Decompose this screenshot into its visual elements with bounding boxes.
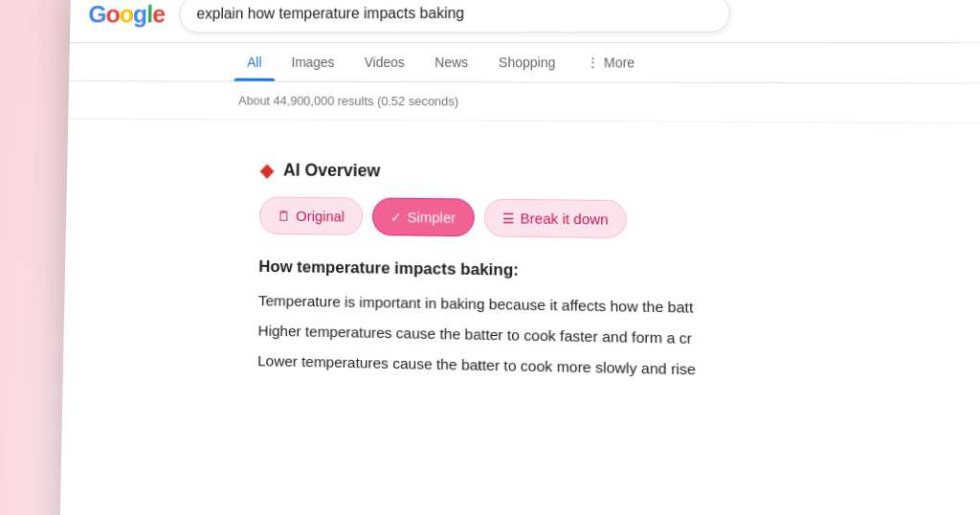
- tab-more[interactable]: ⋮ More: [572, 43, 648, 82]
- tab-images[interactable]: Images: [278, 43, 348, 81]
- ai-buttons-row: 🗒 Original ✓ Simpler ☰ Break it down: [259, 196, 894, 241]
- original-icon: 🗒: [278, 208, 291, 223]
- logo-o2: o: [120, 0, 134, 29]
- ai-content-line-2: Higher temperatures cause the batter to …: [257, 319, 895, 355]
- ai-content-line-3: Lower temperatures cause the batter to c…: [257, 349, 896, 387]
- ai-overview-title: AI Overview: [283, 160, 381, 181]
- tab-all[interactable]: All: [234, 43, 276, 81]
- search-bar-area: Google: [70, 0, 980, 43]
- main-content: ◆ AI Overview 🗒 Original ✓ Simpler ☰ Bre…: [62, 119, 980, 435]
- ai-content-line-1: Temperature is important in baking becau…: [258, 289, 895, 324]
- ai-overview-card: ◆ AI Overview 🗒 Original ✓ Simpler ☰ Bre…: [234, 139, 921, 413]
- tab-shopping[interactable]: Shopping: [485, 43, 568, 81]
- list-icon: ☰: [501, 210, 514, 225]
- check-icon: ✓: [390, 209, 402, 224]
- original-button[interactable]: 🗒 Original: [259, 196, 363, 235]
- logo-g: G: [88, 0, 106, 29]
- search-input[interactable]: [179, 0, 729, 33]
- tab-news[interactable]: News: [421, 43, 481, 81]
- browser-window: Google All Images Videos News Shopping ⋮…: [59, 0, 980, 515]
- pink-overlay: [0, 0, 62, 515]
- simpler-button[interactable]: ✓ Simpler: [372, 197, 475, 236]
- ai-content-heading: How temperature impacts baking:: [258, 254, 894, 289]
- nav-tabs: All Images Videos News Shopping ⋮ More: [69, 43, 980, 84]
- more-dots-icon: ⋮: [587, 55, 600, 70]
- logo-g2: g: [133, 0, 147, 29]
- ai-overview-header: ◆ AI Overview: [259, 158, 892, 187]
- ai-content: How temperature impacts baking: Temperat…: [257, 254, 896, 387]
- breakdown-button[interactable]: ☰ Break it down: [483, 199, 627, 239]
- logo-o1: o: [105, 0, 120, 29]
- logo-e: e: [152, 0, 165, 29]
- tab-videos[interactable]: Videos: [351, 43, 418, 81]
- ai-diamond-icon: ◆: [259, 158, 274, 181]
- google-logo: Google: [88, 0, 165, 29]
- results-count: About 44,900,000 results (0.52 seconds): [68, 81, 980, 123]
